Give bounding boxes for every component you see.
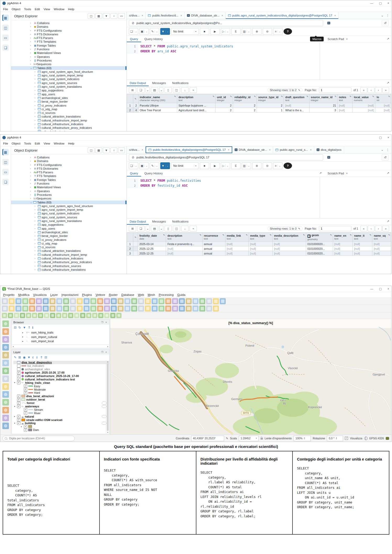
layer-checkbox[interactable] <box>17 378 20 381</box>
layer-item[interactable]: ▸ <box>13 425 109 428</box>
add-spatialite-layer-icon[interactable] <box>36 306 42 312</box>
open-project-icon[interactable] <box>9 298 15 304</box>
tree-item-fts-templates[interactable]: ›TFTS Templates <box>11 40 126 43</box>
filter-legend-icon[interactable]: ▼ <box>27 356 31 359</box>
close-button[interactable]: × <box>388 136 389 139</box>
tree-table-app-users[interactable]: ›app_users <box>11 92 126 96</box>
previous-page-icon[interactable]: ‹ <box>368 87 374 93</box>
collapse-all-icon[interactable]: ⊟ <box>14 326 16 329</box>
redo-icon[interactable] <box>111 306 117 312</box>
layer-checkbox[interactable] <box>17 398 20 401</box>
column-header-notes[interactable]: notestext✎ <box>338 94 352 103</box>
commit-button[interactable]: ⊕ <box>252 162 262 169</box>
view-data-icon[interactable]: ▦ <box>95 13 102 19</box>
layer-checkbox[interactable] <box>17 381 20 384</box>
paste-features-icon[interactable] <box>97 306 103 312</box>
schema-diff-icon[interactable]: ❏ <box>2 179 9 185</box>
close-scratch-pad-icon[interactable]: × <box>346 38 348 41</box>
new-annotation-icon[interactable] <box>213 298 219 304</box>
zoom-to-native-icon[interactable] <box>77 298 83 304</box>
column-header-local-value[interactable]: local_valuenumeric✎ <box>352 94 375 103</box>
psql-tool-icon[interactable]: ▭ <box>118 13 125 19</box>
sum-features-icon[interactable] <box>186 298 192 304</box>
remove-layer-icon[interactable]: ⊟ <box>45 356 47 359</box>
row-editor-header[interactable]: ✎ <box>133 94 138 103</box>
scratch-pad[interactable] <box>320 42 391 80</box>
lock-scale-icon[interactable] <box>261 438 263 440</box>
tree-item-operators[interactable]: ›±Operators <box>11 189 126 193</box>
tab-data-output[interactable]: Data Output <box>127 80 149 86</box>
add-vector-layer-icon[interactable] <box>2 328 9 335</box>
refresh-map-icon[interactable] <box>131 298 137 304</box>
tabs-menu-icon[interactable]: ⋮ <box>386 148 389 152</box>
browser-item-osm-import-cultural[interactable]: ▸∴osm_import_cultural <box>22 335 109 339</box>
table-row[interactable]: 12025-03-14Festa e pranverës q...annual[… <box>127 242 391 246</box>
menu-database[interactable]: Database <box>119 293 136 297</box>
column-header-name-it[interactable]: name_ittext✎ <box>353 233 372 242</box>
manage-visibility-icon[interactable]: ◉ <box>23 356 25 359</box>
tab-messages[interactable]: Messages <box>149 80 169 86</box>
label-rotate-icon[interactable] <box>158 306 164 312</box>
editor-tab-diva-digital-pos[interactable]: diva_digital/pos <box>314 146 344 153</box>
column-header-reliability-id[interactable]: reliability_idinteger✎ <box>233 94 257 103</box>
vertex-editor-icon[interactable] <box>50 313 55 318</box>
close-tab-icon[interactable]: × <box>228 148 229 151</box>
page-number-input[interactable] <box>319 226 351 231</box>
metasearch-icon[interactable] <box>2 423 9 429</box>
layer-outdoor-berat[interactable]: outdoor_berat <box>13 398 109 401</box>
tree-table-cultural-attraction-translations[interactable]: ›cultural_attraction_translations <box>11 249 126 253</box>
previous-page-icon[interactable]: ‹ <box>368 226 374 231</box>
offset-curve-icon[interactable] <box>110 313 115 318</box>
maximize-button[interactable]: ▢ <box>379 287 382 291</box>
tree-item-functions[interactable]: ›ƒFunctions <box>11 182 126 185</box>
execute-options-button[interactable]: ▷⌄ <box>221 162 230 169</box>
tree-item-domains[interactable]: ›◆Domains <box>11 159 126 163</box>
layer-diva-berat-attrazioni[interactable]: diva_berat_attrazioni <box>13 395 109 398</box>
menu-visualizza[interactable]: Visualizza <box>31 293 48 297</box>
tree-table-agro-rural-system-indicators[interactable]: ›agro_rural_system_indicators <box>11 77 126 81</box>
open-attribute-table-icon[interactable] <box>158 298 164 304</box>
scroll-left-icon[interactable]: ◂ <box>13 345 14 348</box>
menu-processing[interactable]: Processing <box>157 293 175 297</box>
deselect-features-icon[interactable] <box>152 298 158 304</box>
zoom-out-icon[interactable] <box>63 298 69 304</box>
layer-checkbox[interactable] <box>24 388 27 391</box>
tab-query-history[interactable]: Query History <box>141 36 166 42</box>
download-icon[interactable]: ↓ <box>181 87 189 93</box>
tree-table-ci-proxy-indicators[interactable]: ›ci_proxy_indicators <box>11 238 126 242</box>
tree-table-cultural-attraction-translations[interactable]: ›cultural_attraction_translations <box>11 115 126 118</box>
add-selected-layers-icon[interactable]: ⇑ <box>28 326 30 329</box>
render-checkbox[interactable]: ✓ <box>345 437 348 440</box>
menu-help[interactable]: Help <box>66 141 76 146</box>
crs-status[interactable]: EPSG:4326 <box>369 437 384 440</box>
zoom-in-icon[interactable] <box>56 298 62 304</box>
download-icon[interactable]: ↓ <box>181 226 189 231</box>
rollback-button[interactable]: ⊖ <box>263 162 272 169</box>
print-layout-icon[interactable] <box>29 298 35 304</box>
layer-checkbox[interactable] <box>17 401 20 405</box>
editor-tab-s-diva[interactable]: s/diva...× <box>127 146 146 153</box>
add-raster-layer-icon[interactable] <box>2 336 9 343</box>
save-data-icon[interactable]: ◫ <box>173 226 180 231</box>
sql-editor[interactable]: 1SELECT * FROM public.agro_rural_system_… <box>127 42 320 80</box>
copy-features-icon[interactable] <box>90 306 96 312</box>
layer-cultural-infrastructure-2025-10-26-17-00[interactable]: cultural_infrastructure_2025-10-26_17-00 <box>13 374 109 378</box>
tree-item-materialized-views[interactable]: ›▦Materialized Views <box>11 185 126 189</box>
tabs-dropdown-icon[interactable]: ⌄ <box>381 148 384 152</box>
tree-item-procedures[interactable]: ›()Procedures <box>11 193 126 197</box>
tree-table-cultural-infrastructure-translations[interactable]: ›cultural_infrastructure_translations <box>11 268 126 272</box>
layer-natural[interactable]: ▸◛natural <box>13 415 109 418</box>
rotation-field[interactable]: 0,0 °▴▾ <box>327 436 343 441</box>
layer-checkbox[interactable] <box>24 391 27 395</box>
tab-messages[interactable]: Messages <box>149 218 169 225</box>
column-header-festivity-date[interactable]: festivity_datedate✎ <box>138 233 166 242</box>
layer-checkbox[interactable] <box>24 411 27 415</box>
tree-table-agro-rural-system-sources[interactable]: ›agro_rural_system_sources <box>11 81 126 85</box>
tree-table-archaeological-sites[interactable]: ›archaeological_sites <box>11 96 126 100</box>
expression-filter-icon[interactable]: ε <box>32 356 34 359</box>
layer-waterways[interactable]: ▾V~waterways <box>13 405 109 408</box>
chevron-down-icon[interactable]: ⌄ <box>159 87 163 93</box>
column-header-unit-id[interactable]: unit_idinteger✎ <box>216 94 233 103</box>
toggle-editing-icon[interactable] <box>43 306 49 312</box>
layer-dam[interactable]: Dam <box>13 428 109 432</box>
